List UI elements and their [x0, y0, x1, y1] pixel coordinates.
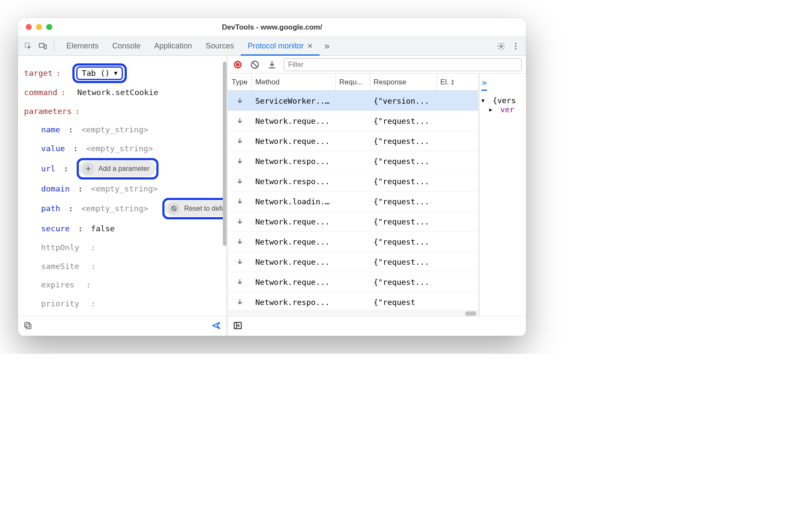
tab-label: Protocol monitor [248, 42, 304, 51]
settings-icon[interactable] [495, 40, 507, 52]
param-name-value[interactable]: <empty_string> [81, 120, 148, 139]
table-row[interactable]: Network.reque...{"request... [228, 232, 478, 252]
clear-icon [168, 203, 180, 215]
tab-sources[interactable]: Sources [199, 37, 241, 55]
row-type-icon [228, 258, 252, 266]
send-icon[interactable] [212, 321, 221, 332]
target-select[interactable]: Tab () ▼ [76, 66, 123, 80]
row-method: Network.respo... [252, 177, 336, 186]
row-method: Network.reque... [252, 257, 336, 266]
command-editor-panel: target: Tab () ▼ command: Network.setCoo… [18, 56, 228, 336]
row-method: Network.reque... [252, 117, 336, 126]
table-row[interactable]: Network.respo...{"request... [228, 171, 478, 191]
table-row[interactable]: Network.reque...{"request... [228, 272, 478, 292]
tab-console[interactable]: Console [105, 37, 147, 55]
detail-pane: » ▼ {vers ▶ ver [480, 74, 526, 316]
table-row[interactable]: Network.reque...{"request... [228, 131, 478, 151]
main-toolbar: Elements Console Application Sources Pro… [18, 37, 526, 56]
table-row[interactable]: Network.reque...{"request... [228, 252, 478, 272]
more-tabs-icon[interactable]: » [320, 39, 334, 54]
param-domain-value[interactable]: <empty_string> [91, 179, 158, 198]
table-row[interactable]: Network.respo...{"request [228, 292, 478, 310]
param-path[interactable]: path [41, 199, 60, 218]
param-value[interactable]: value [41, 139, 65, 158]
row-type-icon [228, 298, 252, 306]
col-elapsed-label: El. [440, 78, 449, 87]
filter-input[interactable] [284, 58, 522, 71]
col-elapsed[interactable]: El. ▲▼ [437, 74, 458, 90]
editor-scrollbar[interactable] [223, 62, 227, 246]
row-method: Network.loadin... [252, 197, 336, 206]
param-expires[interactable]: expires [41, 275, 75, 294]
minimize-window-button[interactable] [36, 24, 42, 30]
param-samesite[interactable]: sameSite [41, 257, 79, 276]
right-footer [228, 316, 526, 336]
reset-value-button[interactable]: Reset to default value [165, 201, 226, 216]
tree-root[interactable]: ▼ {vers [481, 96, 524, 105]
add-parameter-label: Add a parameter [99, 161, 149, 177]
tree-child[interactable]: ▶ ver [481, 105, 524, 114]
tab-protocol-monitor[interactable]: Protocol monitor ✕ [241, 37, 320, 55]
chevron-down-icon: ▼ [114, 67, 117, 80]
tab-application[interactable]: Application [147, 37, 199, 55]
table-row[interactable]: Network.reque...{"request... [228, 111, 478, 131]
devtools-window: DevTools - www.google.com/ Elements Cons… [18, 18, 526, 336]
svg-rect-1 [39, 43, 44, 47]
more-detail-tabs-icon[interactable]: » [481, 77, 487, 91]
toggle-panel-icon[interactable] [233, 321, 242, 332]
reset-value-label: Reset to default value [184, 200, 226, 217]
table-header: Type Method Requ... Response El. ▲▼ [228, 74, 478, 91]
row-response: {"request... [370, 157, 437, 166]
titlebar: DevTools - www.google.com/ [18, 18, 526, 37]
row-response: {"request... [370, 137, 437, 146]
download-icon[interactable] [266, 59, 278, 70]
table-hscroll[interactable] [228, 310, 478, 316]
editor-footer [18, 316, 226, 336]
kebab-menu-icon[interactable] [510, 40, 522, 52]
record-icon[interactable] [232, 59, 243, 70]
svg-rect-9 [25, 322, 30, 327]
row-method: Network.reque... [252, 137, 336, 146]
col-response[interactable]: Response [370, 74, 437, 90]
param-path-value[interactable]: <empty_string> [81, 199, 148, 218]
close-tab-icon[interactable]: ✕ [307, 42, 313, 50]
table-row[interactable]: ServiceWorker....{"version... [228, 91, 478, 111]
svg-point-5 [515, 45, 516, 47]
param-url[interactable]: url [41, 159, 55, 178]
device-icon[interactable] [37, 40, 49, 52]
param-name[interactable]: name [41, 120, 60, 139]
param-priority[interactable]: priority [41, 294, 79, 313]
highlight-reset-value: Reset to default value [162, 198, 226, 219]
close-window-button[interactable] [26, 24, 32, 30]
table-row[interactable]: Network.respo...{"request... [228, 151, 478, 171]
row-response: {"request... [370, 177, 437, 186]
target-value: Tab () [82, 64, 110, 82]
command-editor[interactable]: target: Tab () ▼ command: Network.setCoo… [18, 56, 226, 316]
param-secure-value[interactable]: false [91, 219, 115, 238]
col-method[interactable]: Method [252, 74, 336, 90]
clear-log-icon[interactable] [249, 59, 260, 70]
inspect-icon[interactable] [22, 40, 34, 52]
tab-elements[interactable]: Elements [60, 37, 105, 55]
param-value-value[interactable]: <empty_string> [86, 139, 153, 158]
col-type[interactable]: Type [228, 74, 252, 90]
param-httponly[interactable]: httpOnly [41, 238, 79, 257]
window-controls [26, 24, 52, 30]
row-response: {"request... [370, 278, 437, 287]
row-type-icon [228, 238, 252, 245]
sort-icon: ▲▼ [451, 79, 455, 86]
param-secure[interactable]: secure [41, 219, 70, 238]
row-response: {"request... [370, 237, 437, 246]
copy-icon[interactable] [23, 321, 33, 332]
table-row[interactable]: Network.loadin...{"request... [228, 191, 478, 212]
table-body[interactable]: ServiceWorker....{"version...Network.req… [228, 91, 478, 310]
add-parameter-button[interactable]: Add a parameter [80, 161, 155, 176]
zoom-window-button[interactable] [46, 24, 52, 30]
highlight-target-select: Tab () ▼ [72, 63, 127, 83]
table-row[interactable]: Network.reque...{"request... [228, 212, 478, 232]
row-method: Network.reque... [252, 217, 336, 226]
col-request[interactable]: Requ... [336, 74, 370, 90]
param-domain[interactable]: domain [41, 179, 70, 198]
svg-rect-2 [44, 45, 46, 48]
svg-point-4 [515, 43, 516, 44]
